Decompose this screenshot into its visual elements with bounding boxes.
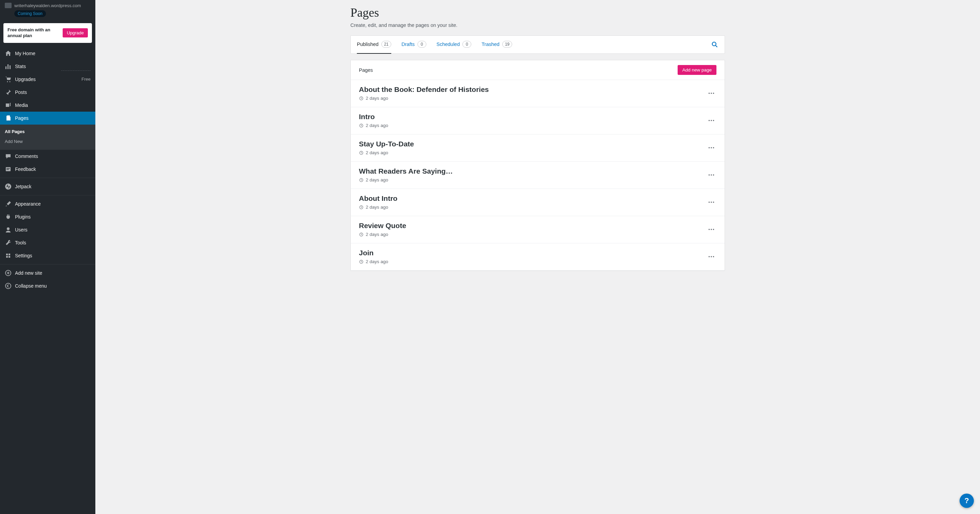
- svg-point-39: [709, 229, 710, 230]
- more-actions-button[interactable]: [706, 170, 716, 180]
- tab-scheduled[interactable]: Scheduled 0: [436, 35, 472, 54]
- row-info: About Intro2 days ago: [359, 194, 398, 210]
- page-title: Pages: [350, 5, 725, 20]
- tab-published[interactable]: Published 21: [357, 35, 391, 54]
- sidebar-item-label: Pages: [15, 116, 91, 121]
- row-info: About the Book: Defender of Histories2 d…: [359, 86, 489, 101]
- sidebar-item-home[interactable]: My Home: [0, 47, 95, 60]
- add-new-page-button[interactable]: Add new page: [678, 65, 716, 75]
- row-info: Stay Up-To-Date2 days ago: [359, 140, 414, 155]
- sidebar-item-settings[interactable]: Settings: [0, 249, 95, 262]
- sidebar-item-label: Stats: [15, 63, 91, 69]
- sidebar-submenu-pages: All Pages Add New: [0, 125, 95, 150]
- sidebar-item-posts[interactable]: Posts: [0, 86, 95, 99]
- clock-icon: [359, 151, 364, 155]
- promo-card: Free domain with an annual plan Upgrade: [3, 23, 92, 43]
- row-meta: 2 days ago: [359, 177, 453, 182]
- page-row[interactable]: What Readers Are Saying…2 days ago: [351, 162, 725, 189]
- page-row[interactable]: About Intro2 days ago: [351, 189, 725, 216]
- row-meta-text: 2 days ago: [366, 96, 388, 101]
- svg-point-21: [713, 93, 714, 94]
- menu-separator: [0, 178, 95, 178]
- row-meta: 2 days ago: [359, 259, 388, 264]
- more-actions-button[interactable]: [706, 252, 716, 262]
- settings-icon: [5, 252, 11, 259]
- page-row[interactable]: Join2 days ago: [351, 243, 725, 271]
- sidebar-menu: My Home Stats Upgrades Free Posts Media …: [0, 47, 95, 125]
- stats-icon: [5, 63, 11, 70]
- sidebar-item-upgrades[interactable]: Upgrades Free: [0, 73, 95, 86]
- sidebar-item-users[interactable]: Users: [0, 223, 95, 236]
- tab-label: Drafts: [401, 41, 415, 47]
- sidebar-item-tag: Free: [81, 76, 91, 82]
- sidebar-item-jetpack[interactable]: Jetpack: [0, 180, 95, 193]
- svg-point-20: [711, 93, 712, 94]
- search-icon[interactable]: [711, 41, 719, 48]
- svg-point-24: [711, 120, 712, 121]
- tab-label: Trashed: [482, 41, 500, 47]
- plus-circle-icon: [5, 270, 11, 276]
- more-actions-button[interactable]: [706, 143, 716, 153]
- row-meta: 2 days ago: [359, 232, 406, 237]
- sidebar-item-stats[interactable]: Stats: [0, 60, 95, 73]
- sidebar-item-plugins[interactable]: Plugins: [0, 210, 95, 223]
- row-meta-text: 2 days ago: [366, 150, 388, 155]
- row-title: About Intro: [359, 194, 398, 203]
- page-row[interactable]: About the Book: Defender of Histories2 d…: [351, 80, 725, 107]
- help-fab[interactable]: ?: [959, 493, 974, 508]
- more-actions-button[interactable]: [706, 224, 716, 235]
- main-content: Pages Create, edit, and manage the pages…: [95, 0, 980, 514]
- plug-icon: [5, 213, 11, 220]
- sidebar-item-label: Posts: [15, 89, 91, 95]
- sidebar-item-label: Comments: [15, 154, 91, 159]
- row-info: Intro2 days ago: [359, 113, 388, 128]
- tab-drafts[interactable]: Drafts 0: [401, 35, 426, 54]
- sidebar-item-tools[interactable]: Tools: [0, 236, 95, 249]
- svg-point-19: [709, 93, 710, 94]
- rows-container: About the Book: Defender of Histories2 d…: [351, 80, 725, 271]
- row-meta: 2 days ago: [359, 123, 388, 128]
- more-actions-button[interactable]: [706, 197, 716, 207]
- tab-count: 21: [381, 41, 391, 48]
- coming-soon-badge: Coming Soon: [14, 10, 46, 17]
- row-meta-text: 2 days ago: [366, 205, 388, 210]
- svg-point-29: [713, 147, 714, 148]
- sidebar-item-appearance[interactable]: Appearance: [0, 197, 95, 210]
- sidebar-item-label: Upgrades: [15, 76, 81, 82]
- help-icon: ?: [964, 496, 969, 505]
- page-row[interactable]: Intro2 days ago: [351, 107, 725, 135]
- tabs-card: Published 21 Drafts 0 Scheduled 0 Trashe…: [350, 35, 725, 54]
- more-actions-button[interactable]: [706, 88, 716, 98]
- sidebar-menu-5: Add new site Collapse menu: [0, 267, 95, 292]
- site-url-row[interactable]: writerhaleywalden.wordpress.com: [5, 3, 91, 8]
- page-row[interactable]: Review Quote2 days ago: [351, 216, 725, 243]
- pages-icon: [5, 115, 11, 122]
- tab-trashed[interactable]: Trashed 19: [482, 35, 512, 54]
- cart-icon: [5, 76, 11, 83]
- svg-point-44: [711, 256, 712, 257]
- upgrade-button[interactable]: Upgrade: [63, 28, 88, 37]
- submenu-all-pages[interactable]: All Pages: [0, 127, 95, 136]
- sidebar-item-add-site[interactable]: Add new site: [0, 267, 95, 279]
- more-actions-button[interactable]: [706, 116, 716, 125]
- page-row[interactable]: Stay Up-To-Date2 days ago: [351, 135, 725, 162]
- sidebar-menu-4: Appearance Plugins Users Tools Settings: [0, 197, 95, 262]
- svg-point-33: [713, 174, 714, 176]
- row-meta-text: 2 days ago: [366, 177, 388, 182]
- sidebar-item-feedback[interactable]: Feedback: [0, 163, 95, 176]
- submenu-add-new[interactable]: Add New: [0, 136, 95, 146]
- row-meta: 2 days ago: [359, 96, 489, 101]
- sidebar-item-collapse[interactable]: Collapse menu: [0, 279, 95, 292]
- tools-icon: [5, 239, 11, 246]
- list-header: Pages Add new page: [351, 60, 725, 80]
- svg-point-25: [713, 120, 714, 121]
- sidebar-item-label: My Home: [15, 51, 91, 56]
- sidebar-item-comments[interactable]: Comments: [0, 150, 95, 163]
- svg-point-32: [711, 174, 712, 176]
- pin-icon: [5, 89, 11, 96]
- row-meta: 2 days ago: [359, 150, 414, 155]
- sidebar-item-media[interactable]: Media: [0, 99, 95, 112]
- sidebar-item-pages[interactable]: Pages: [0, 112, 95, 125]
- svg-point-45: [713, 256, 714, 257]
- svg-rect-14: [8, 256, 10, 258]
